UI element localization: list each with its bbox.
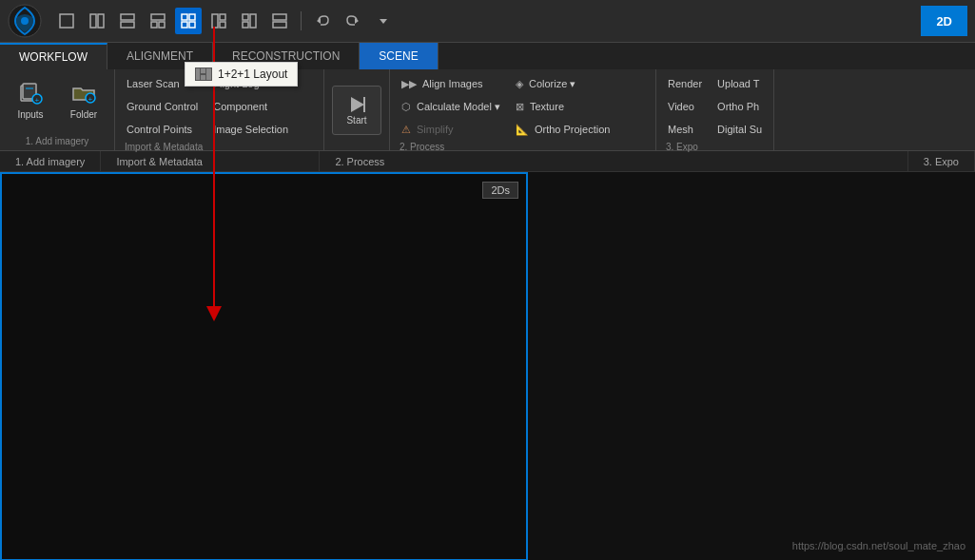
component-btn[interactable]: Component: [207, 96, 294, 117]
video-btn[interactable]: Video: [662, 96, 708, 117]
folder-btn[interactable]: + Folder: [59, 73, 108, 126]
svg-rect-3: [90, 14, 96, 28]
section-bar: 1. Add imagery Import & Metadata 2. Proc…: [0, 151, 975, 172]
upload-t-btn[interactable]: Upload T: [712, 73, 768, 94]
svg-rect-6: [121, 22, 134, 28]
inputs-btn[interactable]: + Inputs: [6, 73, 55, 126]
svg-rect-5: [121, 14, 134, 20]
ortho-ph-btn[interactable]: Ortho Ph: [712, 96, 768, 117]
calculate-model-icon: ⬡: [401, 101, 411, 113]
start-btn[interactable]: Start: [332, 86, 381, 135]
digital-su-btn[interactable]: Digital Su: [712, 119, 768, 140]
align-images-icon: ▶▶: [401, 78, 417, 90]
svg-rect-9: [159, 22, 165, 28]
svg-rect-17: [243, 14, 248, 20]
undo-btn[interactable]: [309, 8, 336, 34]
simplify-btn[interactable]: ⚠ Simplify: [396, 119, 506, 140]
svg-rect-14: [212, 14, 218, 28]
ribbon-tabs: WORKFLOW ALIGNMENT RECONSTRUCTION SCENE: [0, 43, 975, 69]
svg-rect-8: [151, 22, 157, 28]
process-col-2: ◈ Colorize ▾ ⊠ Texture 📐 Ortho Projectio…: [510, 73, 615, 140]
svg-marker-24: [380, 19, 387, 24]
tab-workflow[interactable]: WORKFLOW: [0, 43, 107, 69]
svg-rect-7: [151, 14, 165, 20]
workspace: 2Ds https://blog.csdn.net/soul_mate_zhao: [0, 172, 975, 560]
viewport-label: 2Ds: [482, 182, 518, 199]
process-items: ▶▶ Align Images ⬡ Calculate Model ▾ ⚠ Si…: [396, 73, 650, 140]
svg-rect-12: [182, 22, 187, 28]
colorize-icon: ◈: [516, 78, 523, 90]
section-export: 3. Expo: [908, 151, 975, 171]
tooltip-popup: 1+2+1 Layout: [185, 62, 298, 87]
align-images-btn[interactable]: ▶▶ Align Images: [396, 73, 506, 94]
three-pane-btn[interactable]: [145, 8, 171, 34]
svg-text:+: +: [35, 96, 40, 105]
ortho-projection-btn[interactable]: 📐 Ortho Projection: [510, 119, 615, 140]
add-imagery-label: 1. Add imagery: [6, 134, 108, 146]
custom-pane-btn[interactable]: [205, 8, 232, 34]
calculate-model-btn[interactable]: ⬡ Calculate Model ▾: [396, 96, 506, 117]
export-items: Render Video Mesh Upload T Ortho Ph Digi…: [662, 73, 768, 140]
svg-rect-20: [273, 14, 286, 20]
process-col-1: ▶▶ Align Images ⬡ Calculate Model ▾ ⚠ Si…: [396, 73, 506, 140]
svg-rect-4: [98, 14, 104, 28]
ribbon-group-process: ▶▶ Align Images ⬡ Calculate Model ▾ ⚠ Si…: [390, 69, 656, 150]
top-toolbar: 2D: [0, 0, 975, 43]
section-process: 2. Process: [320, 151, 907, 171]
image-selection-btn[interactable]: Image Selection: [207, 119, 294, 140]
svg-rect-34: [196, 68, 200, 80]
two-col-btn[interactable]: [84, 8, 110, 34]
right-pane-btn[interactable]: [236, 8, 263, 34]
svg-rect-11: [189, 14, 195, 20]
two-row-btn[interactable]: [114, 8, 141, 34]
svg-rect-36: [201, 75, 205, 80]
four-pane-btn[interactable]: [175, 8, 202, 34]
ribbon-content: + Inputs + Folder 1. Add: [0, 69, 975, 150]
watermark: https://blog.csdn.net/soul_mate_zhao: [792, 540, 965, 551]
folder-icon: +: [70, 80, 97, 106]
add-imagery-items: + Inputs + Folder: [6, 73, 108, 134]
dropdown-btn[interactable]: [370, 8, 397, 34]
export-col-1: Render Video Mesh: [662, 73, 708, 140]
toolbar-separator-1: [301, 11, 302, 30]
ribbon-group-export: Render Video Mesh Upload T Ortho Ph Digi…: [656, 69, 774, 150]
control-points-btn[interactable]: Control Points: [121, 119, 204, 140]
svg-rect-10: [182, 14, 187, 20]
single-pane-btn[interactable]: [53, 8, 80, 34]
ribbon-group-add-imagery: + Inputs + Folder 1. Add: [0, 69, 115, 150]
app-logo: [8, 4, 42, 38]
ribbon: WORKFLOW ALIGNMENT RECONSTRUCTION SCENE …: [0, 43, 975, 151]
viewport-right: [528, 172, 975, 560]
colorize-btn[interactable]: ◈ Colorize ▾: [510, 73, 615, 94]
ribbon-group-start: Start: [324, 69, 390, 150]
svg-rect-19: [243, 22, 248, 28]
svg-rect-13: [189, 22, 195, 28]
svg-rect-16: [220, 22, 225, 28]
simplify-icon: ⚠: [401, 124, 411, 136]
svg-rect-21: [273, 22, 286, 28]
texture-btn[interactable]: ⊠ Texture: [510, 96, 615, 117]
svg-text:+: +: [88, 95, 93, 104]
svg-rect-35: [201, 68, 205, 73]
section-add-imagery: 1. Add imagery: [0, 151, 101, 171]
tooltip-layout-icon: [195, 68, 212, 81]
viewport-left: 2Ds: [0, 172, 528, 560]
svg-point-1: [21, 17, 29, 25]
svg-marker-32: [351, 97, 364, 112]
svg-rect-37: [206, 68, 211, 80]
mode-2d-btn[interactable]: 2D: [921, 6, 967, 36]
export-col-2: Upload T Ortho Ph Digital Su: [712, 73, 768, 140]
mesh-btn[interactable]: Mesh: [662, 119, 708, 140]
svg-rect-2: [60, 14, 73, 28]
section-import-metadata: Import & Metadata: [101, 151, 320, 171]
ground-control-btn[interactable]: Ground Control: [121, 96, 204, 117]
tab-scene[interactable]: SCENE: [360, 43, 438, 69]
tooltip-text: 1+2+1 Layout: [218, 68, 287, 81]
render-btn[interactable]: Render: [662, 73, 708, 94]
inputs-icon: +: [17, 80, 44, 106]
texture-icon: ⊠: [516, 101, 524, 113]
redo-btn[interactable]: [340, 8, 366, 34]
svg-rect-18: [250, 14, 256, 28]
left-pane-btn[interactable]: [266, 8, 293, 34]
ortho-icon: 📐: [516, 124, 529, 136]
